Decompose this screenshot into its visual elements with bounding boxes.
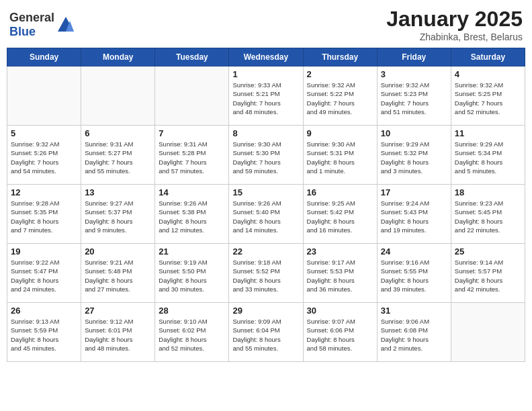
day-number: 26 — [11, 306, 77, 316]
calendar-cell: 18Sunrise: 9:23 AM Sunset: 5:45 PM Dayli… — [451, 185, 525, 244]
cell-info: Sunrise: 9:14 AM Sunset: 5:57 PM Dayligh… — [455, 258, 521, 293]
cell-info: Sunrise: 9:07 AM Sunset: 6:06 PM Dayligh… — [307, 317, 373, 353]
week-row-5: 26Sunrise: 9:13 AM Sunset: 5:59 PM Dayli… — [7, 303, 525, 362]
cell-info: Sunrise: 9:12 AM Sunset: 6:01 PM Dayligh… — [85, 317, 151, 353]
calendar-cell: 8Sunrise: 9:30 AM Sunset: 5:30 PM Daylig… — [229, 126, 303, 185]
cell-info: Sunrise: 9:16 AM Sunset: 5:55 PM Dayligh… — [381, 258, 447, 293]
cell-info: Sunrise: 9:30 AM Sunset: 5:31 PM Dayligh… — [307, 140, 373, 175]
day-number: 9 — [307, 128, 373, 138]
col-header-sunday: Sunday — [7, 48, 81, 66]
calendar-cell: 23Sunrise: 9:17 AM Sunset: 5:53 PM Dayli… — [303, 244, 377, 303]
calendar-cell: 2Sunrise: 9:32 AM Sunset: 5:22 PM Daylig… — [303, 66, 377, 126]
day-number: 17 — [381, 187, 447, 197]
calendar-cell: 26Sunrise: 9:13 AM Sunset: 5:59 PM Dayli… — [7, 303, 81, 362]
col-header-saturday: Saturday — [451, 48, 525, 66]
calendar-cell: 28Sunrise: 9:10 AM Sunset: 6:02 PM Dayli… — [155, 303, 229, 362]
cell-info: Sunrise: 9:32 AM Sunset: 5:23 PM Dayligh… — [381, 81, 447, 116]
cell-info: Sunrise: 9:29 AM Sunset: 5:34 PM Dayligh… — [455, 140, 521, 175]
title-block: January 2025 Zhabinka, Brest, Belarus — [386, 7, 523, 42]
day-number: 1 — [232, 69, 299, 79]
calendar-cell: 29Sunrise: 9:09 AM Sunset: 6:04 PM Dayli… — [229, 303, 303, 362]
cell-info: Sunrise: 9:28 AM Sunset: 5:35 PM Dayligh… — [11, 199, 77, 234]
day-header-row: SundayMondayTuesdayWednesdayThursdayFrid… — [7, 48, 525, 66]
day-number: 23 — [307, 246, 373, 257]
day-number: 24 — [381, 246, 447, 257]
cell-info: Sunrise: 9:21 AM Sunset: 5:48 PM Dayligh… — [85, 258, 151, 293]
day-number: 10 — [381, 128, 447, 138]
calendar-cell: 27Sunrise: 9:12 AM Sunset: 6:01 PM Dayli… — [81, 303, 155, 362]
page-header: General Blue January 2025 Zhabinka, Bres… — [7, 7, 525, 42]
day-number: 4 — [455, 69, 521, 79]
calendar-cell: 25Sunrise: 9:14 AM Sunset: 5:57 PM Dayli… — [451, 244, 525, 303]
calendar-cell — [7, 66, 81, 126]
calendar-cell: 19Sunrise: 9:22 AM Sunset: 5:47 PM Dayli… — [7, 244, 81, 303]
week-row-4: 19Sunrise: 9:22 AM Sunset: 5:47 PM Dayli… — [7, 244, 525, 303]
day-number: 14 — [159, 187, 225, 197]
col-header-thursday: Thursday — [303, 48, 377, 66]
cell-info: Sunrise: 9:22 AM Sunset: 5:47 PM Dayligh… — [11, 258, 77, 293]
day-number: 19 — [11, 246, 77, 257]
week-row-3: 12Sunrise: 9:28 AM Sunset: 5:35 PM Dayli… — [7, 185, 525, 244]
cell-info: Sunrise: 9:06 AM Sunset: 6:08 PM Dayligh… — [381, 317, 447, 353]
calendar-cell: 1Sunrise: 9:33 AM Sunset: 5:21 PM Daylig… — [229, 66, 303, 126]
calendar-cell: 24Sunrise: 9:16 AM Sunset: 5:55 PM Dayli… — [377, 244, 451, 303]
calendar-cell: 13Sunrise: 9:27 AM Sunset: 5:37 PM Dayli… — [81, 185, 155, 244]
day-number: 31 — [381, 306, 447, 316]
week-row-1: 1Sunrise: 9:33 AM Sunset: 5:21 PM Daylig… — [7, 66, 525, 126]
day-number: 22 — [232, 246, 299, 257]
cell-info: Sunrise: 9:29 AM Sunset: 5:32 PM Dayligh… — [381, 140, 447, 175]
calendar-cell: 14Sunrise: 9:26 AM Sunset: 5:38 PM Dayli… — [155, 185, 229, 244]
day-number: 30 — [307, 306, 373, 316]
col-header-wednesday: Wednesday — [229, 48, 303, 66]
cell-info: Sunrise: 9:26 AM Sunset: 5:40 PM Dayligh… — [232, 199, 299, 234]
col-header-tuesday: Tuesday — [155, 48, 229, 66]
day-number: 5 — [11, 128, 77, 138]
calendar-cell: 6Sunrise: 9:31 AM Sunset: 5:27 PM Daylig… — [81, 126, 155, 185]
calendar-cell: 10Sunrise: 9:29 AM Sunset: 5:32 PM Dayli… — [377, 126, 451, 185]
cell-info: Sunrise: 9:31 AM Sunset: 5:27 PM Dayligh… — [85, 140, 151, 175]
week-row-2: 5Sunrise: 9:32 AM Sunset: 5:26 PM Daylig… — [7, 126, 525, 185]
logo-icon — [56, 15, 75, 34]
logo-general: General — [9, 11, 54, 24]
cell-info: Sunrise: 9:33 AM Sunset: 5:21 PM Dayligh… — [232, 81, 299, 116]
location-subtitle: Zhabinka, Brest, Belarus — [386, 32, 523, 42]
cell-info: Sunrise: 9:32 AM Sunset: 5:26 PM Dayligh… — [11, 140, 77, 175]
cell-info: Sunrise: 9:30 AM Sunset: 5:30 PM Dayligh… — [232, 140, 299, 175]
calendar-cell: 15Sunrise: 9:26 AM Sunset: 5:40 PM Dayli… — [229, 185, 303, 244]
day-number: 18 — [455, 187, 521, 197]
day-number: 20 — [85, 246, 151, 257]
cell-info: Sunrise: 9:18 AM Sunset: 5:52 PM Dayligh… — [232, 258, 299, 293]
calendar-cell: 21Sunrise: 9:19 AM Sunset: 5:50 PM Dayli… — [155, 244, 229, 303]
cell-info: Sunrise: 9:31 AM Sunset: 5:28 PM Dayligh… — [159, 140, 225, 175]
cell-info: Sunrise: 9:13 AM Sunset: 5:59 PM Dayligh… — [11, 317, 77, 353]
cell-info: Sunrise: 9:24 AM Sunset: 5:43 PM Dayligh… — [381, 199, 447, 234]
calendar-cell — [451, 303, 525, 362]
cell-info: Sunrise: 9:32 AM Sunset: 5:25 PM Dayligh… — [455, 81, 521, 116]
day-number: 11 — [455, 128, 521, 138]
calendar-cell — [81, 66, 155, 126]
day-number: 28 — [159, 306, 225, 316]
cell-info: Sunrise: 9:27 AM Sunset: 5:37 PM Dayligh… — [85, 199, 151, 234]
calendar-cell: 16Sunrise: 9:25 AM Sunset: 5:42 PM Dayli… — [303, 185, 377, 244]
calendar-cell: 11Sunrise: 9:29 AM Sunset: 5:34 PM Dayli… — [451, 126, 525, 185]
day-number: 2 — [307, 69, 373, 79]
calendar-cell: 4Sunrise: 9:32 AM Sunset: 5:25 PM Daylig… — [451, 66, 525, 126]
cell-info: Sunrise: 9:09 AM Sunset: 6:04 PM Dayligh… — [232, 317, 299, 353]
day-number: 8 — [232, 128, 299, 138]
logo-text: General Blue — [9, 11, 54, 39]
cell-info: Sunrise: 9:19 AM Sunset: 5:50 PM Dayligh… — [159, 258, 225, 293]
logo-blue: Blue — [9, 25, 36, 38]
day-number: 21 — [159, 246, 225, 257]
calendar-cell: 12Sunrise: 9:28 AM Sunset: 5:35 PM Dayli… — [7, 185, 81, 244]
cell-info: Sunrise: 9:10 AM Sunset: 6:02 PM Dayligh… — [159, 317, 225, 353]
day-number: 12 — [11, 187, 77, 197]
day-number: 7 — [159, 128, 225, 138]
calendar-cell: 31Sunrise: 9:06 AM Sunset: 6:08 PM Dayli… — [377, 303, 451, 362]
calendar-table: SundayMondayTuesdayWednesdayThursdayFrid… — [7, 48, 525, 362]
day-number: 13 — [85, 187, 151, 197]
day-number: 16 — [307, 187, 373, 197]
day-number: 3 — [381, 69, 447, 79]
cell-info: Sunrise: 9:26 AM Sunset: 5:38 PM Dayligh… — [159, 199, 225, 234]
calendar-cell: 20Sunrise: 9:21 AM Sunset: 5:48 PM Dayli… — [81, 244, 155, 303]
col-header-monday: Monday — [81, 48, 155, 66]
